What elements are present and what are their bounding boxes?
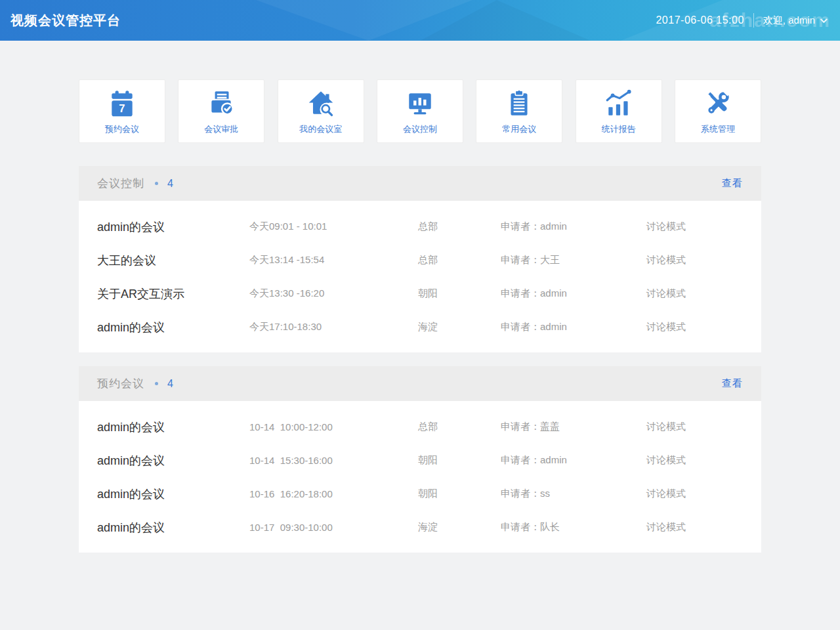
table-row[interactable]: 大王的会议今天13:14 -15:54总部申请者：大王讨论模式 xyxy=(79,243,761,277)
nav-card-label: 统计报告 xyxy=(602,123,636,135)
nav-card-label: 预约会议 xyxy=(105,123,139,135)
cell-name: admin的会议 xyxy=(97,520,249,536)
cell-time: 今天09:01 - 10:01 xyxy=(249,220,418,233)
app-title: 视频会议管控平台 xyxy=(10,12,121,30)
cell-time: 今天13:14 -15:54 xyxy=(249,254,418,266)
calendar-icon: 7 xyxy=(107,89,137,119)
cell-location: 朝阳 xyxy=(418,287,501,300)
header-facet-decoration xyxy=(256,0,472,41)
header-right: 2017-06-06 15:00 欢迎, admin xyxy=(656,13,826,28)
dot-separator-icon xyxy=(155,382,158,385)
chevron-down-icon xyxy=(820,16,828,23)
cell-applicant: 申请者：ss xyxy=(501,488,646,500)
cell-applicant: 申请者：admin xyxy=(501,287,646,300)
cell-time: 10-17 09:30-10:00 xyxy=(249,522,418,533)
table-row[interactable]: admin的会议今天09:01 - 10:01总部申请者：admin讨论模式 xyxy=(79,210,761,243)
table-row[interactable]: 关于AR交互演示今天13:30 -16:20朝阳申请者：admin讨论模式 xyxy=(79,277,761,310)
cell-name: admin的会议 xyxy=(97,219,249,235)
welcome-text: 欢迎, admin xyxy=(763,14,815,27)
cell-applicant: 申请者：admin xyxy=(501,220,646,233)
cell-name: 大王的会议 xyxy=(97,253,249,268)
nav-card-book-meeting[interactable]: 7 预约会议 xyxy=(79,79,165,143)
cell-mode: 讨论模式 xyxy=(646,421,761,433)
nav-card-meeting-approval[interactable]: 会议审批 xyxy=(178,79,264,143)
cell-mode: 讨论模式 xyxy=(646,254,761,266)
user-menu[interactable]: 欢迎, admin xyxy=(763,14,826,27)
cell-location: 总部 xyxy=(418,220,501,233)
panel-header: 预约会议 4 查看 xyxy=(79,366,761,401)
cell-mode: 讨论模式 xyxy=(646,521,761,534)
meeting-list: admin的会议10-14 10:00-12:00总部申请者：盖盖讨论模式adm… xyxy=(79,401,761,553)
cell-time: 10-14 15:30-16:00 xyxy=(249,455,418,466)
nav-card-label: 我的会议室 xyxy=(299,123,342,135)
view-link[interactable]: 查看 xyxy=(722,177,743,190)
cell-applicant: 申请者：队长 xyxy=(501,521,646,534)
panel-header: 会议控制 4 查看 xyxy=(79,166,761,201)
cell-location: 海淀 xyxy=(418,521,501,534)
cell-name: admin的会议 xyxy=(97,419,249,435)
nav-card-my-meeting-room[interactable]: 我的会议室 xyxy=(278,79,364,143)
approval-check-icon xyxy=(206,89,236,119)
nav-card-label: 常用会议 xyxy=(502,123,536,135)
panel-meeting-control: 会议控制 4 查看 admin的会议今天09:01 - 10:01总部申请者：a… xyxy=(79,166,761,352)
main-content: 7 预约会议 会议审批 xyxy=(79,79,761,553)
cell-applicant: 申请者：admin xyxy=(501,321,646,333)
cell-name: admin的会议 xyxy=(97,453,249,469)
cell-applicant: 申请者：admin xyxy=(501,454,646,467)
cell-mode: 讨论模式 xyxy=(646,321,761,333)
cell-name: admin的会议 xyxy=(97,320,249,335)
dot-separator-icon xyxy=(155,182,158,185)
cell-location: 朝阳 xyxy=(418,488,501,500)
cell-time: 10-14 10:00-12:00 xyxy=(249,421,418,432)
nav-cards: 7 预约会议 会议审批 xyxy=(79,79,761,143)
cell-mode: 讨论模式 xyxy=(646,220,761,233)
cell-name: 关于AR交互演示 xyxy=(97,286,249,302)
cell-time: 今天13:30 -16:20 xyxy=(249,287,418,300)
nav-card-system-management[interactable]: 系统管理 xyxy=(675,79,761,143)
nav-card-statistics-report[interactable]: 统计报告 xyxy=(576,79,662,143)
nav-card-label: 系统管理 xyxy=(701,123,735,135)
cell-applicant: 申请者：盖盖 xyxy=(501,421,646,433)
cell-time: 今天17:10-18:30 xyxy=(249,321,418,333)
svg-text:7: 7 xyxy=(119,102,125,115)
clipboard-list-icon xyxy=(504,89,534,119)
cell-name: admin的会议 xyxy=(97,486,249,502)
panel-title: 预约会议 xyxy=(97,376,144,391)
panel-booked-meetings: 预约会议 4 查看 admin的会议10-14 10:00-12:00总部申请者… xyxy=(79,366,761,553)
stats-chart-icon xyxy=(604,89,634,119)
cell-applicant: 申请者：大王 xyxy=(501,254,646,266)
table-row[interactable]: admin的会议10-14 10:00-12:00总部申请者：盖盖讨论模式 xyxy=(79,410,761,444)
home-search-icon xyxy=(306,89,336,119)
nav-card-label: 会议控制 xyxy=(403,123,437,135)
nav-card-meeting-control[interactable]: 会议控制 xyxy=(377,79,463,143)
tools-icon xyxy=(703,89,733,119)
cell-mode: 讨论模式 xyxy=(646,488,761,500)
table-row[interactable]: admin的会议10-17 09:30-10:00海淀申请者：队长讨论模式 xyxy=(79,511,761,544)
panel-count: 4 xyxy=(167,378,173,390)
meeting-list: admin的会议今天09:01 - 10:01总部申请者：admin讨论模式大王… xyxy=(79,201,761,352)
panel-count: 4 xyxy=(167,178,173,190)
monitor-chart-icon xyxy=(405,89,435,119)
cell-time: 10-16 16:20-18:00 xyxy=(249,488,418,499)
nav-card-label: 会议审批 xyxy=(204,123,238,135)
cell-location: 朝阳 xyxy=(418,454,501,467)
table-row[interactable]: admin的会议10-14 15:30-16:00朝阳申请者：admin讨论模式 xyxy=(79,444,761,477)
cell-location: 海淀 xyxy=(418,321,501,333)
cell-location: 总部 xyxy=(418,254,501,266)
cell-mode: 讨论模式 xyxy=(646,287,761,300)
table-row[interactable]: admin的会议今天17:10-18:30海淀申请者：admin讨论模式 xyxy=(79,310,761,344)
header-divider xyxy=(753,13,754,28)
header-datetime: 2017-06-06 15:00 xyxy=(656,14,744,26)
cell-location: 总部 xyxy=(418,421,501,433)
view-link[interactable]: 查看 xyxy=(722,377,743,390)
panel-title: 会议控制 xyxy=(97,176,144,191)
cell-mode: 讨论模式 xyxy=(646,454,761,467)
app-header: 视频会议管控平台 afzhan.com 2017-06-06 15:00 欢迎,… xyxy=(0,0,840,41)
header-facet-decoration xyxy=(420,0,591,41)
table-row[interactable]: admin的会议10-16 16:20-18:00朝阳申请者：ss讨论模式 xyxy=(79,477,761,511)
nav-card-common-meetings[interactable]: 常用会议 xyxy=(476,79,562,143)
